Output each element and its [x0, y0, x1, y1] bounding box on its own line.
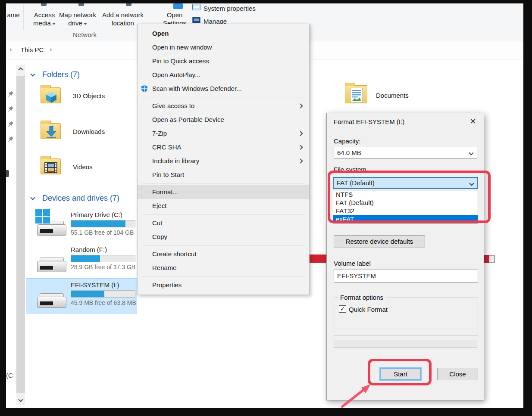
menu-item-create-shortcut[interactable]: Create shortcut [138, 247, 309, 261]
menu-separator [142, 276, 305, 276]
format-progress-bar [334, 341, 477, 348]
breadcrumb-this-pc[interactable]: This PC [21, 46, 44, 53]
menu-item-pin-to-start[interactable]: Pin to Start [138, 168, 309, 182]
menu-item-open-autoplay[interactable]: Open AutoPlay... [138, 68, 309, 82]
format-dialog: Format EFI-SYSTEM (I:) ✕ Capacity: 64.0 … [326, 113, 484, 400]
context-menu: Open Open in new window Pin to Quick acc… [137, 24, 310, 295]
menu-item-include-in-library[interactable]: Include in library [138, 154, 309, 168]
restore-defaults-button[interactable]: Restore device defaults [334, 235, 425, 248]
settings-icon [173, 3, 183, 9]
dropdown-caret-icon [84, 23, 87, 25]
quick-format-checkbox[interactable]: ✓ [339, 305, 346, 313]
film-strip-icon [44, 162, 57, 173]
submenu-arrow-icon [298, 103, 303, 108]
drive-name[interactable]: Primary Drive (C:) [71, 211, 122, 218]
menu-separator [142, 214, 305, 214]
system-properties-icon [192, 4, 200, 10]
file-system-label: File system [334, 166, 366, 173]
menu-item-give-access[interactable]: Give access to [138, 99, 309, 113]
system-properties-button[interactable]: System properties [203, 4, 256, 12]
menu-item-cut[interactable]: Cut [138, 216, 309, 230]
dropdown-caret-icon [52, 23, 56, 25]
folder-item-videos[interactable]: Videos [73, 163, 93, 171]
submenu-arrow-icon [298, 131, 303, 136]
drive-icon-efi[interactable] [37, 289, 66, 308]
red-annotation-stub [484, 255, 489, 263]
menu-item-format[interactable]: Format... [138, 185, 309, 199]
drive-icon-primary[interactable] [37, 217, 66, 236]
folders-section-header[interactable]: Folders (7) [42, 70, 80, 79]
file-system-dropdown[interactable]: FAT (Default) [333, 177, 478, 189]
folder-icon-3d-objects[interactable] [41, 87, 61, 103]
menu-item-eject[interactable]: Eject [138, 199, 309, 213]
breadcrumb-chevron-icon: › [50, 46, 52, 53]
folder-item-3d-objects[interactable]: 3D Objects [73, 92, 105, 99]
nav-scrollbar[interactable] [16, 65, 25, 405]
submenu-arrow-icon [298, 145, 303, 149]
pin-icon [7, 106, 14, 113]
menu-item-pin-quick-access[interactable]: Pin to Quick access [138, 54, 309, 68]
map-network-drive-button[interactable]: Map network drive [56, 11, 99, 27]
scroll-down-icon[interactable] [18, 397, 23, 402]
option-ntfs[interactable]: NTFS [333, 190, 478, 199]
clipped-rename-button[interactable]: ame [6, 11, 23, 19]
download-arrow-icon [46, 126, 57, 138]
volume-label: Volume label [334, 260, 371, 267]
drive-name[interactable]: EFI-SYSTEM (I:) [71, 281, 119, 289]
close-icon[interactable]: ✕ [467, 116, 479, 127]
pin-icon [7, 121, 14, 128]
folder-item-documents[interactable]: Documents [376, 92, 409, 99]
menu-item-scan-defender[interactable]: Scan with Windows Defender... [138, 82, 309, 96]
drive-usage-bar [71, 290, 135, 298]
start-button[interactable]: Start [380, 368, 421, 380]
clipped-ribbon-icon [41, 3, 47, 6]
scrollbar-thumb[interactable] [16, 76, 25, 393]
option-exfat[interactable]: exFAT [333, 215, 478, 223]
volume-label-input[interactable]: EFI-SYSTEM [334, 270, 478, 283]
ribbon-group-label-network: Network [73, 31, 97, 38]
pin-icon [7, 91, 14, 98]
menu-item-open-new-window[interactable]: Open in new window [138, 40, 309, 54]
scroll-up-icon[interactable] [18, 67, 23, 72]
menu-item-copy[interactable]: Copy [138, 230, 309, 244]
collapse-chevron-icon[interactable] [30, 71, 35, 76]
menu-separator [142, 97, 305, 97]
dialog-title: Format EFI-SYSTEM (I:) [334, 118, 404, 125]
menu-item-rename[interactable]: Rename [138, 261, 309, 275]
drive-free-space: 45.9 MB free of 63.8 MB [71, 299, 136, 306]
option-fat32[interactable]: FAT32 [333, 207, 478, 215]
drive-usage-bar [71, 220, 135, 227]
breadcrumb-chevron-icon: › [9, 46, 12, 53]
drives-section-header[interactable]: Devices and drives (7) [42, 194, 119, 203]
close-button[interactable]: Close [437, 368, 478, 380]
file-system-options-list: NTFS FAT (Default) FAT32 exFAT [333, 190, 478, 224]
menu-item-crc-sha[interactable]: CRC SHA [138, 140, 309, 154]
menu-item-properties[interactable]: Properties [138, 278, 309, 292]
folder-icon-videos[interactable] [41, 158, 61, 174]
capacity-dropdown[interactable]: 64.0 MB [334, 147, 477, 159]
collapse-chevron-icon[interactable] [30, 195, 35, 200]
drive-icon-random[interactable] [37, 253, 66, 272]
clipped-nav-item[interactable]: (C [6, 372, 13, 379]
folder-icon-downloads[interactable] [41, 123, 61, 139]
document-page-icon [350, 88, 363, 103]
option-fat-default[interactable]: FAT (Default) [333, 199, 478, 207]
menu-item-open-portable-device[interactable]: Open as Portable Device [138, 113, 309, 127]
defender-shield-icon [141, 85, 148, 93]
folder-icon-documents[interactable] [345, 85, 367, 103]
format-options-group [334, 298, 478, 335]
red-annotation-stub [310, 255, 326, 263]
explorer-window: ame Access media Map network drive Add a… [6, 3, 523, 408]
submenu-arrow-icon [298, 158, 303, 163]
menu-separator [142, 245, 305, 245]
drive-free-space: 55.1 GB free of 104 GB [71, 229, 134, 236]
drive-name[interactable]: Random (F:) [71, 246, 107, 253]
format-options-legend: Format options [338, 294, 385, 301]
menu-item-open[interactable]: Open [138, 27, 309, 40]
menu-item-7zip[interactable]: 7-Zip [138, 127, 309, 140]
quick-format-label: Quick Format [349, 306, 388, 313]
menu-separator [142, 183, 305, 183]
capacity-label: Capacity: [334, 137, 361, 145]
folder-item-downloads[interactable]: Downloads [73, 128, 105, 135]
clipped-ribbon-icon [126, 3, 131, 6]
